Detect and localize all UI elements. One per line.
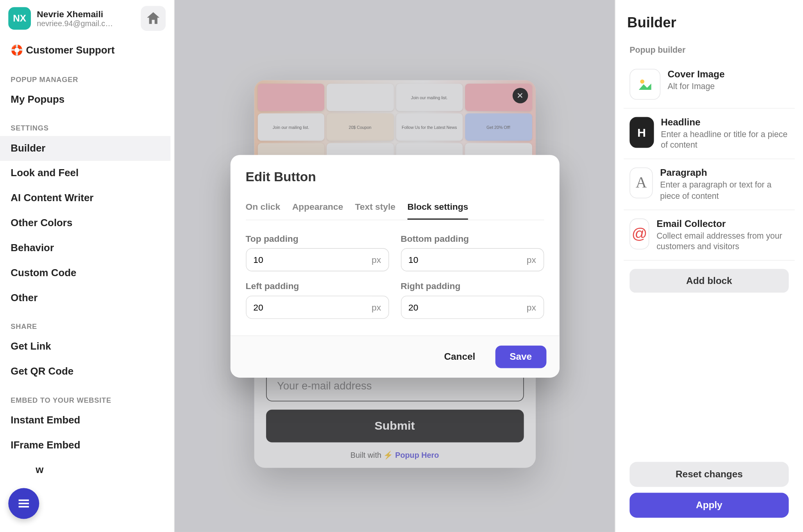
mini-card: Join our mailing list. [396, 84, 463, 111]
nav-get-link[interactable]: Get Link [0, 334, 170, 359]
built-with: Built with ⚡ Popup Hero [266, 451, 524, 460]
right-panel: Builder Popup builder Cover Image Alt fo… [615, 0, 803, 532]
nav-look-and-feel[interactable]: Look and Feel [0, 161, 170, 186]
unit-px: px [527, 296, 543, 318]
close-icon[interactable]: ✕ [512, 88, 528, 104]
mini-card: 20$ Coupon [327, 113, 393, 141]
paragraph-icon: A [630, 168, 653, 198]
avatar[interactable]: NX [8, 7, 31, 30]
nav-customer-support[interactable]: 🛟 Customer Support [0, 37, 170, 63]
modal-tabs: On click Appearance Text style Block set… [246, 195, 544, 220]
nav-group-embed: EMBED TO YOUR WEBSITE [0, 384, 170, 408]
block-paragraph[interactable]: A Paragraph Enter a paragraph or text fo… [624, 159, 795, 210]
block-title: Headline [661, 117, 789, 127]
field-right-padding: Right padding px [401, 280, 544, 318]
tab-text-style[interactable]: Text style [355, 195, 396, 219]
mini-card: Get 20% Off! [465, 113, 532, 141]
nav-my-popups[interactable]: My Popups [0, 87, 170, 112]
fab-menu-button[interactable] [8, 488, 39, 519]
nav-behavior[interactable]: Behavior [0, 236, 170, 261]
popup-hero-link[interactable]: Popup Hero [395, 451, 439, 460]
user-name: Nevrie Xhemaili [37, 9, 113, 19]
input-top-padding[interactable] [246, 248, 372, 270]
sidebar-scroll[interactable]: 🛟 Customer Support POPUP MANAGER My Popu… [0, 37, 174, 532]
at-icon: @ [630, 218, 649, 249]
home-button[interactable] [141, 6, 166, 31]
image-icon [630, 69, 660, 100]
nav-instant-embed[interactable]: Instant Embed [0, 408, 170, 433]
menu-icon [16, 496, 32, 511]
apply-button[interactable]: Apply [630, 493, 789, 518]
tab-block-settings[interactable]: Block settings [407, 195, 468, 219]
field-bottom-padding: Bottom padding px [401, 233, 544, 271]
nav-other-colors[interactable]: Other Colors [0, 211, 170, 236]
block-sub: Alt for Image [667, 81, 724, 92]
tab-appearance[interactable]: Appearance [292, 195, 343, 219]
mini-card [327, 84, 393, 111]
sidebar-header: NX Nevrie Xhemaili nevriee.94@gmail.c… [0, 0, 174, 37]
svg-point-3 [640, 79, 644, 84]
label-top-padding: Top padding [246, 233, 389, 243]
block-title: Email Collector [656, 218, 789, 229]
zap-icon: ⚡ [383, 451, 393, 460]
modal-title: Edit Button [246, 169, 544, 184]
field-top-padding: Top padding px [246, 233, 389, 271]
input-right-padding[interactable] [401, 296, 527, 318]
block-sub: Collect email addresses from your custom… [656, 230, 789, 252]
mini-card: Join our mailing list. [258, 113, 324, 141]
save-button[interactable]: Save [495, 345, 546, 368]
main-canvas: Join our mailing list. Join our mailing … [175, 0, 615, 532]
input-left-padding[interactable] [246, 296, 372, 318]
block-headline[interactable]: H Headline Enter a headline or title for… [624, 109, 795, 159]
label-bottom-padding: Bottom padding [401, 233, 544, 243]
nav-builder[interactable]: Builder [0, 136, 170, 161]
block-title: Cover Image [667, 69, 724, 79]
field-left-padding: Left padding px [246, 280, 389, 318]
unit-px: px [372, 248, 388, 270]
unit-px: px [372, 296, 388, 318]
sidebar: NX Nevrie Xhemaili nevriee.94@gmail.c… 🛟… [0, 0, 175, 532]
label-right-padding: Right padding [401, 280, 544, 291]
nav-group-settings: SETTINGS [0, 112, 170, 136]
user-info: Nevrie Xhemaili nevriee.94@gmail.c… [37, 9, 113, 28]
label-left-padding: Left padding [246, 280, 389, 291]
input-bottom-padding[interactable] [401, 248, 527, 270]
mini-card: Follow Us for the Latest News [396, 113, 463, 141]
headline-icon: H [630, 117, 654, 148]
modal-footer: Cancel Save [230, 335, 559, 377]
nav-group-share: SHARE [0, 311, 170, 334]
mini-card [258, 84, 324, 111]
panel-title: Builder [624, 14, 795, 31]
block-sub: Enter a paragraph or text for a piece of… [660, 180, 789, 201]
submit-button[interactable]: Submit [266, 410, 524, 443]
block-title: Paragraph [660, 168, 789, 178]
tab-on-click[interactable]: On click [246, 195, 281, 219]
block-email-collector[interactable]: @ Email Collector Collect email addresse… [624, 210, 795, 261]
panel-subhead: Popup builder [624, 45, 795, 55]
add-block-button[interactable]: Add block [630, 269, 789, 293]
nav-group-popup-manager: POPUP MANAGER [0, 64, 170, 87]
nav-other[interactable]: Other [0, 286, 170, 311]
block-sub: Enter a headline or title for a piece of… [661, 129, 789, 150]
edit-button-modal: Edit Button On click Appearance Text sty… [230, 155, 559, 377]
nav-item-cut[interactable]: w [0, 458, 170, 483]
nav-get-qr-code[interactable]: Get QR Code [0, 359, 170, 384]
unit-px: px [527, 248, 543, 270]
user-email: nevriee.94@gmail.c… [37, 19, 113, 28]
nav-iframe-embed[interactable]: IFrame Embed [0, 433, 170, 458]
nav-custom-code[interactable]: Custom Code [0, 261, 170, 286]
built-with-text: Built with [351, 451, 384, 460]
home-icon [145, 10, 162, 27]
block-cover-image[interactable]: Cover Image Alt for Image [624, 61, 795, 109]
nav-ai-content-writer[interactable]: AI Content Writer [0, 186, 170, 211]
reset-changes-button[interactable]: Reset changes [630, 462, 789, 487]
cancel-button[interactable]: Cancel [436, 345, 483, 368]
